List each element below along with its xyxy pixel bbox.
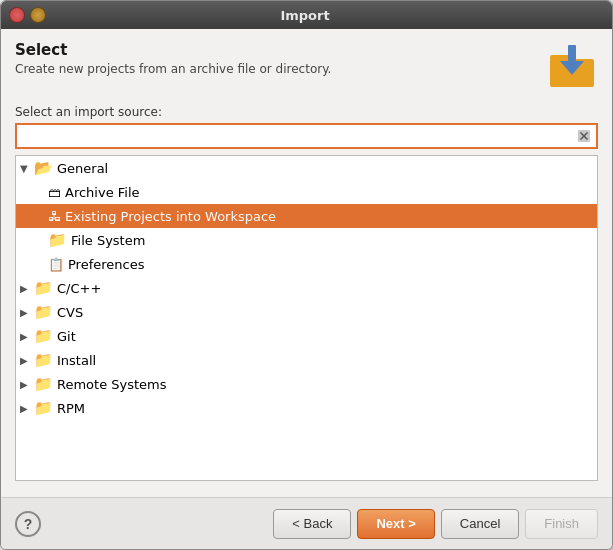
folder-icon-fs: 📁 <box>48 231 67 249</box>
tree-label-general: General <box>57 161 108 176</box>
folder-icon-rpm: 📁 <box>34 399 53 417</box>
tree-item-preferences[interactable]: 📋 Preferences <box>16 252 597 276</box>
header-section: Select Create new projects from an archi… <box>15 41 598 93</box>
tree-item-rpm[interactable]: ▶ 📁 RPM <box>16 396 597 420</box>
folder-icon-remote: 📁 <box>34 375 53 393</box>
back-button[interactable]: < Back <box>273 509 351 539</box>
tree-label-install: Install <box>57 353 96 368</box>
tree-item-cpp[interactable]: ▶ 📁 C/C++ <box>16 276 597 300</box>
import-icon <box>546 41 598 93</box>
tree-label-existing-projects: Existing Projects into Workspace <box>65 209 276 224</box>
titlebar: Import <box>1 1 612 29</box>
expand-arrow-rpm: ▶ <box>20 403 34 414</box>
folder-icon-cpp: 📁 <box>34 279 53 297</box>
archive-icon: 🗃 <box>48 185 61 200</box>
search-section: Select an import source: <box>15 105 598 149</box>
svg-rect-2 <box>568 45 576 61</box>
expand-arrow-remote: ▶ <box>20 379 34 390</box>
next-button[interactable]: Next > <box>357 509 434 539</box>
prefs-icon: 📋 <box>48 257 64 272</box>
window-title: Import <box>46 8 564 23</box>
expand-arrow-cvs: ▶ <box>20 307 34 318</box>
page-description: Create new projects from an archive file… <box>15 62 331 76</box>
folder-open-icon: 📂 <box>34 159 53 177</box>
search-clear-button[interactable] <box>574 126 594 146</box>
minimize-button[interactable] <box>30 7 46 23</box>
tree-label-cpp: C/C++ <box>57 281 101 296</box>
tree-label-rpm: RPM <box>57 401 85 416</box>
page-title: Select <box>15 41 331 59</box>
tree-label-remote-systems: Remote Systems <box>57 377 167 392</box>
titlebar-buttons <box>9 7 46 23</box>
folder-icon-install: 📁 <box>34 351 53 369</box>
tree-item-existing-projects[interactable]: 🖧 Existing Projects into Workspace <box>16 204 597 228</box>
tree-item-archive-file[interactable]: 🗃 Archive File <box>16 180 597 204</box>
tree-item-cvs[interactable]: ▶ 📁 CVS <box>16 300 597 324</box>
search-input-wrap <box>15 123 598 149</box>
folder-icon-git: 📁 <box>34 327 53 345</box>
tree-label-file-system: File System <box>71 233 145 248</box>
expand-arrow-git: ▶ <box>20 331 34 342</box>
tree-item-install[interactable]: ▶ 📁 Install <box>16 348 597 372</box>
import-dialog: Import Select Create new projects from a… <box>0 0 613 550</box>
button-bar: ? < Back Next > Cancel Finish <box>1 497 612 549</box>
tree-item-remote-systems[interactable]: ▶ 📁 Remote Systems <box>16 372 597 396</box>
tree-label-preferences: Preferences <box>68 257 144 272</box>
search-label: Select an import source: <box>15 105 598 119</box>
expand-arrow-general: ▼ <box>20 163 34 174</box>
content-area: Select Create new projects from an archi… <box>1 29 612 497</box>
tree-label-archive-file: Archive File <box>65 185 140 200</box>
expand-arrow-cpp: ▶ <box>20 283 34 294</box>
tree-item-general[interactable]: ▼ 📂 General <box>16 156 597 180</box>
tree-label-cvs: CVS <box>57 305 83 320</box>
tree-label-git: Git <box>57 329 76 344</box>
expand-arrow-install: ▶ <box>20 355 34 366</box>
header-text: Select Create new projects from an archi… <box>15 41 331 76</box>
workspace-icon: 🖧 <box>48 209 61 224</box>
cancel-button[interactable]: Cancel <box>441 509 519 539</box>
tree-item-git[interactable]: ▶ 📁 Git <box>16 324 597 348</box>
search-input[interactable] <box>17 129 574 143</box>
close-button[interactable] <box>9 7 25 23</box>
help-button[interactable]: ? <box>15 511 41 537</box>
bottom-spacer <box>15 481 598 497</box>
tree-container[interactable]: ▼ 📂 General 🗃 Archive File 🖧 Existing Pr… <box>15 155 598 481</box>
svg-rect-1 <box>550 55 570 61</box>
folder-icon-cvs: 📁 <box>34 303 53 321</box>
finish-button[interactable]: Finish <box>525 509 598 539</box>
tree-item-file-system[interactable]: 📁 File System <box>16 228 597 252</box>
